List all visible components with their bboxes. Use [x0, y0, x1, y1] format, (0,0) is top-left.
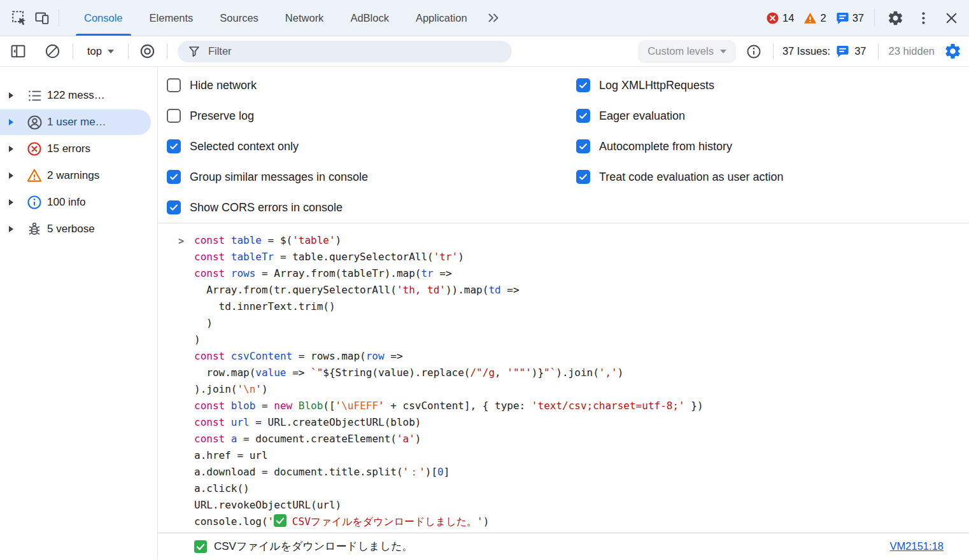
tab-application[interactable]: Application: [402, 0, 481, 36]
tab-strip: ConsoleElementsSourcesNetworkAdBlockAppl…: [71, 0, 481, 36]
expand-arrow-icon[interactable]: [0, 172, 22, 179]
chevron-down-icon: [108, 50, 114, 53]
more-tabs-icon[interactable]: [482, 6, 505, 29]
console-settings-gear-icon[interactable]: [941, 40, 964, 63]
console-log-result: CSVファイルをダウンロードしました。 VM2151:18: [158, 533, 969, 559]
messages-count: 37: [852, 12, 864, 24]
console-input-line: const csvContent = rows.map(row =>: [194, 348, 969, 365]
console-sidebar-toggle-icon[interactable]: [6, 40, 29, 63]
check-badge-icon: [194, 540, 207, 553]
tab-console[interactable]: Console: [71, 0, 136, 36]
kebab-menu-icon[interactable]: [912, 6, 935, 29]
devtools-tabbar: ConsoleElementsSourcesNetworkAdBlockAppl…: [0, 0, 969, 36]
checkbox[interactable]: [576, 109, 590, 123]
error-icon: [22, 141, 47, 157]
console-toolbar: top Custom levels 37 Issues: 37 23 hidde…: [0, 36, 969, 67]
info-circle-icon[interactable]: [742, 40, 765, 63]
setting-label: Log XMLHttpRequests: [599, 79, 714, 92]
console-input-line: const blob = new Blob(['\uFEFF' + csvCon…: [194, 398, 969, 414]
sidebar-item-1-user-me-[interactable]: 1 user me…: [0, 109, 151, 135]
custom-levels-dropdown[interactable]: Custom levels: [638, 40, 736, 63]
expand-arrow-icon[interactable]: [0, 119, 22, 125]
setting-label: Show CORS errors in console: [190, 201, 343, 214]
list-icon: [22, 88, 47, 104]
console-input-expression: > const table = $('table')const tableTr …: [158, 223, 969, 533]
checkbox[interactable]: [167, 78, 181, 92]
warnings-badge[interactable]: 2: [803, 11, 826, 25]
device-toolbar-icon[interactable]: [31, 6, 53, 29]
sidebar-item-122-mess-[interactable]: 122 mess…: [0, 83, 151, 108]
setting-label: Hide network: [190, 79, 257, 92]
setting-label: Selected context only: [190, 140, 299, 153]
checkbox[interactable]: [167, 200, 181, 214]
check-badge-icon: [274, 514, 286, 526]
console-input-line: row.map(value => `"${String(value).repla…: [194, 365, 969, 381]
bug-icon: [22, 221, 47, 237]
live-expression-eye-icon[interactable]: [136, 40, 159, 63]
setting-group-similar-messages-in-console[interactable]: Group similar messages in console: [167, 162, 576, 192]
warning-badge-icon: [803, 11, 817, 25]
setting-label: Preserve log: [190, 109, 254, 123]
clear-console-icon[interactable]: [41, 40, 64, 63]
console-input-line: URL.revokeObjectURL(url): [194, 497, 969, 514]
expand-arrow-icon[interactable]: [0, 146, 22, 152]
source-location-link[interactable]: VM2151:18: [890, 540, 944, 552]
messages-badge[interactable]: 37: [835, 11, 864, 25]
console-log-text: CSVファイルをダウンロードしました。: [214, 539, 413, 554]
tab-sources[interactable]: Sources: [206, 0, 272, 36]
console-input-line: a.download = document.title.split('：')[0…: [194, 464, 969, 480]
console-input-line: Array.from(tr.querySelectorAll('th, td')…: [194, 282, 969, 298]
errors-count: 14: [782, 12, 794, 24]
context-selector-label: top: [87, 45, 102, 57]
expand-arrow-icon[interactable]: [0, 226, 22, 232]
checkbox[interactable]: [167, 139, 181, 153]
settings-gear-icon[interactable]: [884, 6, 907, 29]
settings-left-column: Hide networkPreserve logSelected context…: [167, 70, 576, 223]
info-icon: [22, 194, 47, 211]
expand-arrow-icon[interactable]: [0, 199, 22, 206]
errors-badge[interactable]: 14: [765, 11, 794, 25]
divider: [874, 10, 875, 26]
console-input-line: td.innerText.trim(): [194, 298, 969, 315]
checkbox[interactable]: [576, 139, 590, 153]
setting-autocomplete-from-history[interactable]: Autocomplete from history: [576, 131, 784, 162]
expand-arrow-icon[interactable]: [0, 92, 22, 99]
checkbox[interactable]: [576, 170, 590, 184]
warning-icon: [22, 167, 47, 184]
inspect-element-icon[interactable]: [8, 6, 31, 29]
console-settings-pane: Hide networkPreserve logSelected context…: [158, 67, 969, 223]
user-icon: [22, 114, 47, 131]
setting-treat-code-evaluation-as-user-action[interactable]: Treat code evaluation as user action: [576, 162, 784, 192]
sidebar-item-15-errors[interactable]: 15 errors: [0, 136, 151, 162]
console-input-line: ).join('\n'): [194, 381, 969, 398]
status-badges: 14237: [765, 11, 864, 25]
sidebar-item-label: 100 info: [47, 196, 86, 209]
checkbox[interactable]: [167, 109, 181, 123]
close-icon[interactable]: [940, 6, 963, 29]
setting-eager-evaluation[interactable]: Eager evaluation: [576, 101, 784, 131]
filter-input[interactable]: [208, 45, 503, 57]
sidebar-item-label: 1 user me…: [47, 116, 106, 129]
context-selector[interactable]: top: [77, 45, 124, 57]
console-input-line: const url = URL.createObjectURL(blob): [194, 414, 969, 431]
issues-counter[interactable]: 37 Issues: 37: [777, 44, 874, 59]
setting-show-cors-errors-in-console[interactable]: Show CORS errors in console: [167, 192, 576, 223]
sidebar-item-5-verbose[interactable]: 5 verbose: [0, 216, 151, 242]
filter-box: [178, 41, 512, 62]
checkbox[interactable]: [576, 78, 590, 92]
sidebar-item-2-warnings[interactable]: 2 warnings: [0, 163, 151, 188]
tab-adblock[interactable]: AdBlock: [337, 0, 402, 36]
tab-network[interactable]: Network: [272, 0, 337, 36]
setting-hide-network[interactable]: Hide network: [167, 70, 576, 101]
message-badge-icon: [835, 44, 850, 59]
setting-preserve-log[interactable]: Preserve log: [167, 101, 576, 131]
sidebar-item-100-info[interactable]: 100 info: [0, 190, 151, 215]
divider: [59, 10, 59, 26]
error-badge-icon: [765, 11, 780, 25]
checkbox[interactable]: [167, 170, 181, 184]
setting-log-xmlhttprequests[interactable]: Log XMLHttpRequests: [576, 70, 784, 101]
tab-elements[interactable]: Elements: [136, 0, 207, 36]
setting-selected-context-only[interactable]: Selected context only: [167, 131, 576, 162]
console-prompt-chevron: >: [178, 233, 184, 249]
warnings-count: 2: [820, 12, 826, 24]
